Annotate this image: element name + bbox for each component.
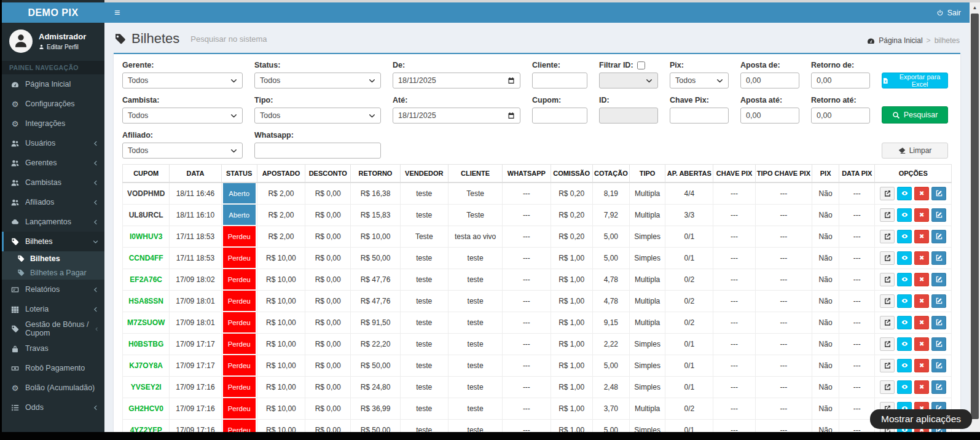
afiliado-select[interactable]: Todos (122, 143, 243, 159)
close-button[interactable]: ✖ (914, 316, 929, 329)
cupom-input[interactable] (532, 108, 587, 124)
whatsapp-input[interactable] (254, 143, 381, 159)
edit-profile-link[interactable]: Editar Perfil (39, 44, 86, 50)
edit-button[interactable] (931, 273, 946, 286)
cell-retorno: R$ 50,00 (351, 247, 400, 269)
close-button[interactable]: ✖ (914, 187, 929, 200)
chave-pix-input[interactable] (670, 108, 729, 124)
export-excel-button[interactable]: Exportar para Excel (882, 73, 948, 88)
cell-comissao: R$ 1,00 (551, 333, 592, 355)
brand-logo[interactable]: DEMO PIX (2, 2, 104, 23)
close-button[interactable]: ✖ (914, 273, 929, 286)
hamburger-menu-icon[interactable]: ≡ (104, 2, 130, 23)
edit-button[interactable] (931, 251, 946, 265)
close-button[interactable]: ✖ (914, 359, 929, 372)
cell-retorno: R$ 47,76 (351, 290, 400, 312)
close-button[interactable]: ✖ (914, 230, 929, 243)
sidebar-item-odds[interactable]: Odds (2, 398, 104, 417)
cell-cotacao: 5,00 (592, 355, 629, 376)
calendar-icon[interactable] (508, 112, 515, 119)
edit-button[interactable] (931, 359, 946, 372)
sidebar-item-usuarios[interactable]: Usuários (2, 133, 104, 153)
edit-button[interactable] (931, 230, 946, 243)
retorno-de-input[interactable] (811, 73, 870, 88)
external-link-button[interactable] (880, 187, 895, 200)
users-icon (10, 159, 20, 167)
external-link-button[interactable] (880, 208, 895, 222)
eye-button[interactable] (897, 251, 912, 265)
edit-button[interactable] (931, 380, 946, 394)
sidebar-item-robo-pagamento[interactable]: Robô Pagamento (2, 358, 104, 378)
edit-button[interactable] (931, 187, 946, 200)
eye-button[interactable] (897, 208, 912, 222)
external-link-button[interactable] (880, 294, 895, 308)
edit-button[interactable] (931, 208, 946, 222)
eye-button[interactable] (897, 359, 912, 372)
eye-button[interactable] (897, 230, 912, 243)
date-to-input[interactable]: 18/11/2025 (393, 108, 520, 124)
close-button[interactable]: ✖ (914, 380, 929, 394)
sidebar-item-configuracoes[interactable]: ⚙Configurações (2, 94, 104, 114)
cambista-select[interactable]: Todos (122, 108, 243, 124)
edit-icon (936, 297, 943, 304)
sidebar-item-cambistas[interactable]: Cambistas (2, 173, 104, 192)
calendar-icon[interactable] (508, 77, 515, 84)
sidebar-item-gerentes[interactable]: Gerentes (2, 153, 104, 173)
breadcrumb-home[interactable]: Página Inicial (879, 36, 922, 45)
users-icon (10, 198, 20, 206)
clear-button[interactable]: Limpar (882, 143, 948, 159)
scrollbar-up-arrow[interactable]: ▲ (970, 2, 980, 12)
close-button[interactable]: ✖ (914, 251, 929, 265)
retorno-ate-input[interactable] (811, 108, 870, 124)
sidebar-subitem-bilhetes[interactable]: Bilhetes (2, 251, 104, 265)
cell-pix: Não (812, 226, 839, 247)
close-button[interactable]: ✖ (914, 337, 929, 351)
external-link-button[interactable] (880, 251, 895, 265)
edit-button[interactable] (931, 294, 946, 308)
external-link-button[interactable] (880, 380, 895, 394)
sidebar-item-gestao-de-bonus-cupom[interactable]: Gestão de Bônus / Cupom (2, 319, 104, 339)
logout-button[interactable]: Sair (928, 2, 970, 23)
external-link-button[interactable] (880, 337, 895, 351)
gerente-select[interactable]: Todos (122, 73, 243, 88)
external-link-button[interactable] (880, 273, 895, 286)
sidebar-item-pagina-inicial[interactable]: Página Inicial (2, 74, 104, 94)
eye-button[interactable] (897, 294, 912, 308)
tipo-select[interactable]: Todos (254, 108, 381, 124)
sidebar-item-loteria[interactable]: Loteria (2, 299, 104, 319)
eye-button[interactable] (897, 273, 912, 286)
cell-status: Perdeu (221, 290, 257, 312)
eye-button[interactable] (897, 380, 912, 394)
status-select[interactable]: Todos (254, 73, 381, 88)
sidebar-item-integracoes[interactable]: ⚙Integrações (2, 114, 104, 133)
sidebar-subitem-bilhetes-a-pagar[interactable]: Bilhetes a Pagar (2, 265, 104, 280)
sidebar-item-lancamentos[interactable]: Lançamentos (2, 212, 104, 232)
sidebar-item-travas[interactable]: Travas (2, 339, 104, 358)
cell-data-pix: --- (839, 247, 875, 269)
external-link-button[interactable] (880, 359, 895, 372)
search-button[interactable]: Pesquisar (882, 106, 948, 124)
chevron-left-icon (93, 141, 98, 146)
cliente-input[interactable] (532, 73, 587, 88)
edit-button[interactable] (931, 316, 946, 329)
close-button[interactable]: ✖ (914, 294, 929, 308)
sidebar-item-relatorios[interactable]: Relatórios (2, 280, 104, 299)
scrollbar-thumb[interactable] (971, 14, 979, 419)
eye-button[interactable] (897, 187, 912, 200)
close-button[interactable]: ✖ (914, 208, 929, 222)
eye-button[interactable] (897, 316, 912, 329)
cell-tipo-chave-pix: --- (755, 183, 812, 204)
external-link-button[interactable] (880, 230, 895, 243)
external-link-button[interactable] (880, 316, 895, 329)
sidebar-item-afiliados[interactable]: Afiliados (2, 192, 104, 212)
aposta-ate-input[interactable] (740, 108, 799, 124)
pix-select[interactable]: Todos (670, 73, 729, 88)
edit-button[interactable] (931, 337, 946, 351)
aposta-de-input[interactable] (740, 73, 799, 88)
sidebar-item-bolao-acumuladao[interactable]: ⚙Bolão (Acumuladão) (2, 378, 104, 398)
sidebar-item-bilhetes[interactable]: Bilhetes (2, 232, 104, 251)
eye-button[interactable] (897, 337, 912, 351)
close-icon: ✖ (919, 383, 924, 390)
date-from-input[interactable]: 18/11/2025 (393, 73, 520, 88)
filtrar-id-checkbox[interactable] (637, 61, 645, 69)
